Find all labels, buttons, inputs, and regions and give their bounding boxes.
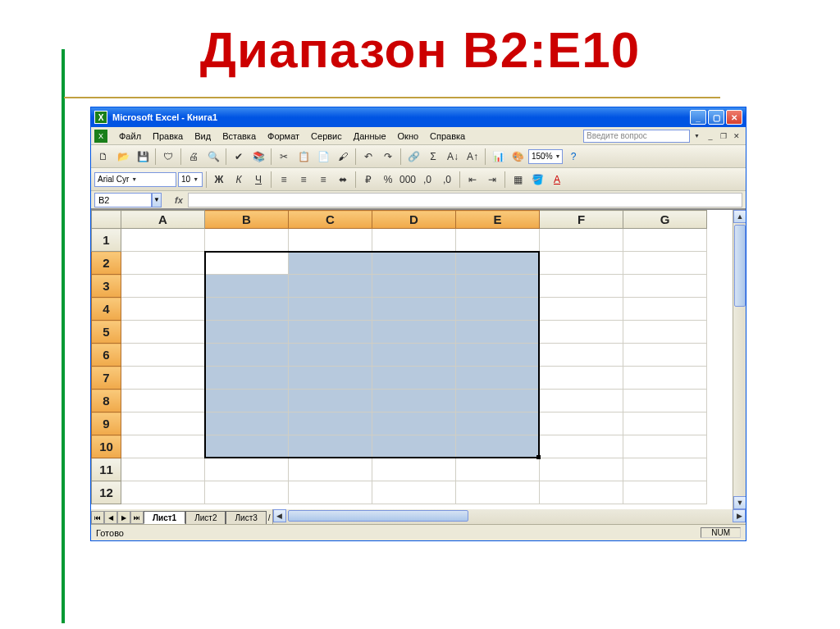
row-header-10[interactable]: 10 xyxy=(92,435,121,458)
cell-G7[interactable] xyxy=(623,367,707,390)
preview-icon[interactable]: 🔍 xyxy=(204,148,222,166)
maximize-button[interactable]: ▢ xyxy=(708,110,724,125)
row-header-2[interactable]: 2 xyxy=(92,252,121,275)
percent-icon[interactable]: % xyxy=(379,171,397,189)
cell-D11[interactable] xyxy=(372,458,456,481)
help-icon[interactable]: ? xyxy=(564,148,582,166)
scroll-up-icon[interactable]: ▲ xyxy=(733,210,746,223)
cell-F5[interactable] xyxy=(540,321,623,344)
sort-desc-icon[interactable]: A↑ xyxy=(463,148,482,166)
cell-B10[interactable] xyxy=(205,435,289,458)
autosum-icon[interactable]: Σ xyxy=(424,148,442,166)
comma-icon[interactable]: 000 xyxy=(399,171,417,189)
name-box[interactable]: B2 xyxy=(94,193,152,207)
sheet-tab-2[interactable]: Лист2 xyxy=(185,511,226,524)
col-header-D[interactable]: D xyxy=(372,211,456,229)
align-center-icon[interactable]: ≡ xyxy=(294,171,313,189)
menu-window[interactable]: Окно xyxy=(393,130,424,143)
cell-D12[interactable] xyxy=(372,481,456,504)
cell-E6[interactable] xyxy=(456,344,540,367)
cell-D3[interactable] xyxy=(372,275,456,298)
hyperlink-icon[interactable]: 🔗 xyxy=(404,148,422,166)
cell-F10[interactable] xyxy=(540,435,623,458)
scroll-left-icon[interactable]: ◀ xyxy=(273,509,286,522)
cell-A11[interactable] xyxy=(121,458,205,481)
cell-B7[interactable] xyxy=(205,367,289,390)
align-right-icon[interactable]: ≡ xyxy=(314,171,332,189)
row-header-7[interactable]: 7 xyxy=(92,367,121,390)
cell-B3[interactable] xyxy=(205,275,289,298)
formula-bar[interactable] xyxy=(188,193,742,207)
cell-E3[interactable] xyxy=(456,275,540,298)
cell-E10[interactable] xyxy=(456,435,540,458)
tab-prev-icon[interactable]: ◀ xyxy=(104,511,117,524)
cell-C4[interactable] xyxy=(289,298,372,321)
spellcheck-icon[interactable]: ✔ xyxy=(230,148,248,166)
row-header-3[interactable]: 3 xyxy=(92,275,121,298)
scroll-down-icon[interactable]: ▼ xyxy=(733,496,746,509)
cell-C7[interactable] xyxy=(289,367,372,390)
doc-minimize-button[interactable]: _ xyxy=(705,130,716,142)
paste-icon[interactable]: 📄 xyxy=(314,148,332,166)
font-selector[interactable]: Arial Cyr▼ xyxy=(94,172,176,187)
tab-first-icon[interactable]: ⏮ xyxy=(91,511,104,524)
cell-A3[interactable] xyxy=(121,275,205,298)
row-header-11[interactable]: 11 xyxy=(92,458,121,481)
cell-C2[interactable] xyxy=(289,252,372,275)
cell-D2[interactable] xyxy=(372,252,456,275)
cell-A12[interactable] xyxy=(121,481,205,504)
row-header-1[interactable]: 1 xyxy=(92,229,121,252)
menu-format[interactable]: Формат xyxy=(262,130,304,143)
font-color-icon[interactable]: A xyxy=(548,171,566,189)
cell-G12[interactable] xyxy=(623,481,707,504)
open-icon[interactable]: 📂 xyxy=(114,148,132,166)
help-dropdown-icon[interactable]: ▼ xyxy=(694,133,700,139)
menu-insert[interactable]: Вставка xyxy=(217,130,261,143)
close-button[interactable]: ✕ xyxy=(726,110,742,125)
cell-G11[interactable] xyxy=(623,458,707,481)
cell-B2[interactable] xyxy=(205,252,289,275)
cell-F3[interactable] xyxy=(540,275,623,298)
cell-E9[interactable] xyxy=(456,412,540,435)
cell-E4[interactable] xyxy=(456,298,540,321)
increase-indent-icon[interactable]: ⇥ xyxy=(483,171,501,189)
cell-F6[interactable] xyxy=(540,344,623,367)
select-all-corner[interactable] xyxy=(92,211,121,229)
redo-icon[interactable]: ↷ xyxy=(379,148,397,166)
align-left-icon[interactable]: ≡ xyxy=(275,171,293,189)
col-header-A[interactable]: A xyxy=(121,211,205,229)
cell-F1[interactable] xyxy=(540,229,623,252)
merge-icon[interactable]: ⬌ xyxy=(334,171,352,189)
cell-F8[interactable] xyxy=(540,390,623,412)
vertical-scrollbar[interactable]: ▲ ▼ xyxy=(733,210,746,509)
format-painter-icon[interactable]: 🖌 xyxy=(334,148,352,166)
cell-E1[interactable] xyxy=(456,229,540,252)
drawing-icon[interactable]: 🎨 xyxy=(509,148,527,166)
cell-A4[interactable] xyxy=(121,298,205,321)
decrease-decimal-icon[interactable]: ,0 xyxy=(438,171,456,189)
cell-D1[interactable] xyxy=(372,229,456,252)
decrease-indent-icon[interactable]: ⇤ xyxy=(463,171,482,189)
cell-A8[interactable] xyxy=(121,390,205,412)
print-icon[interactable]: 🖨 xyxy=(185,148,203,166)
cell-C1[interactable] xyxy=(289,229,372,252)
currency-icon[interactable]: ₽ xyxy=(359,171,377,189)
menu-data[interactable]: Данные xyxy=(349,130,391,143)
cell-F4[interactable] xyxy=(540,298,623,321)
menu-file[interactable]: Файл xyxy=(114,130,146,143)
scroll-right-icon[interactable]: ▶ xyxy=(733,509,746,522)
menu-help[interactable]: Справка xyxy=(425,130,470,143)
cell-D10[interactable] xyxy=(372,435,456,458)
tab-next-icon[interactable]: ▶ xyxy=(117,511,130,524)
research-icon[interactable]: 📚 xyxy=(249,148,267,166)
row-header-9[interactable]: 9 xyxy=(92,412,121,435)
cell-B4[interactable] xyxy=(205,298,289,321)
cell-G1[interactable] xyxy=(623,229,707,252)
cell-G4[interactable] xyxy=(623,298,707,321)
fx-icon[interactable]: fx xyxy=(175,195,183,205)
cell-A5[interactable] xyxy=(121,321,205,344)
italic-icon[interactable]: К xyxy=(230,171,248,189)
cell-C11[interactable] xyxy=(289,458,372,481)
menu-view[interactable]: Вид xyxy=(189,130,216,143)
ask-question-box[interactable]: Введите вопрос xyxy=(583,130,690,143)
